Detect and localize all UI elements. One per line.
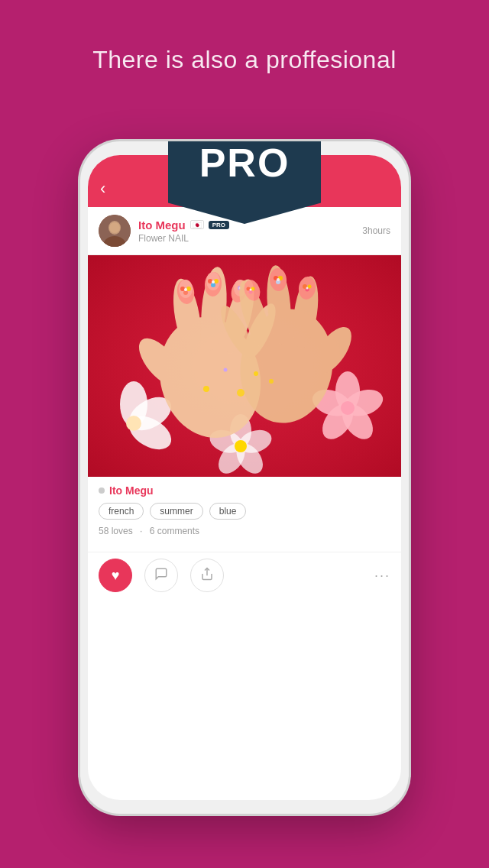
pro-badge: PRO	[209, 221, 229, 229]
stats-row: 58 loves · 6 comments	[99, 526, 390, 536]
author-name: Ito Megu	[138, 219, 186, 232]
comments-count: 6 comments	[150, 526, 199, 536]
svg-point-67	[224, 368, 228, 372]
tags-row: french summer blue	[99, 503, 390, 520]
svg-point-33	[184, 288, 187, 291]
phone-shell: PRO ‹ NEW NAIL	[80, 141, 409, 814]
tag-blue[interactable]: blue	[209, 503, 247, 520]
tag-french[interactable]: french	[99, 503, 144, 520]
svg-point-39	[212, 280, 215, 283]
svg-point-3	[109, 222, 120, 233]
mention-name: Ito Megu	[109, 484, 154, 497]
svg-point-31	[186, 287, 191, 291]
post-time: 3hours	[362, 225, 390, 236]
flag-icon: 🇯🇵	[190, 220, 204, 229]
more-button[interactable]: ···	[374, 568, 390, 584]
tag-summer[interactable]: summer	[150, 503, 202, 520]
love-button[interactable]: ♥	[99, 559, 132, 592]
post-card: Ito Megu 🇯🇵 PRO Flower NAIL 3hours	[88, 207, 401, 598]
svg-point-36	[208, 279, 212, 283]
share-button[interactable]	[190, 559, 224, 592]
post-footer: Ito Megu french summer blue 58 loves · 6…	[88, 477, 401, 552]
svg-point-69	[254, 371, 258, 376]
svg-point-15	[235, 440, 247, 452]
mentioned-user: Ito Megu	[99, 484, 390, 497]
svg-point-64	[250, 289, 252, 291]
heart-icon: ♥	[112, 568, 120, 584]
svg-point-59	[277, 278, 280, 281]
svg-point-21	[341, 401, 355, 415]
svg-point-68	[237, 389, 244, 397]
nail-art	[88, 255, 401, 477]
svg-point-9	[126, 416, 141, 431]
share-icon	[200, 567, 214, 584]
svg-point-37	[214, 279, 219, 283]
svg-point-66	[269, 379, 274, 384]
svg-point-54	[306, 287, 309, 290]
comment-icon	[154, 567, 168, 584]
avatar-image	[99, 215, 131, 247]
stats-separator: ·	[140, 526, 142, 536]
app-screen: ‹ NEW NAIL	[88, 155, 401, 800]
svg-point-30	[180, 287, 185, 291]
action-row: ♥	[88, 552, 401, 598]
svg-point-65	[203, 386, 209, 392]
back-button[interactable]: ‹	[100, 179, 105, 199]
post-image	[88, 255, 401, 477]
post-subtitle: Flower NAIL	[138, 233, 362, 244]
pro-text: PRO	[183, 141, 306, 186]
page-headline: There is also a proffesional	[0, 0, 489, 97]
mention-dot	[99, 487, 105, 494]
loves-count: 58 loves	[99, 526, 133, 536]
avatar	[99, 215, 131, 247]
comment-button[interactable]	[144, 559, 178, 592]
